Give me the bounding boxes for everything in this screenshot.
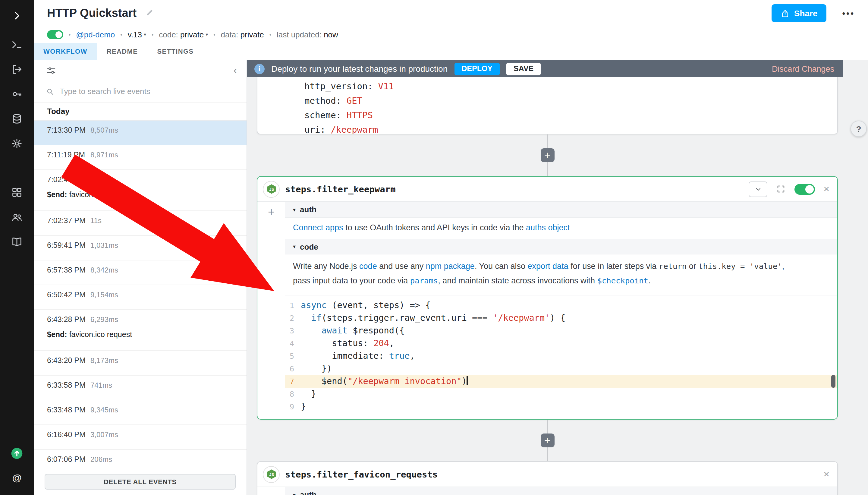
text-cursor xyxy=(467,376,468,385)
event-row[interactable]: 7:02:49 PM$end: favicon.ico request xyxy=(34,170,246,211)
app-sidebar: @ xyxy=(0,0,34,495)
filter-events-button[interactable] xyxy=(46,65,57,76)
workflow-active-toggle[interactable] xyxy=(47,30,63,39)
more-menu-button[interactable]: ••• xyxy=(843,8,855,18)
auth-section-header[interactable]: ▾ auth xyxy=(285,202,837,218)
code-line: method: GET xyxy=(305,93,394,108)
sidebar-data-button[interactable] xyxy=(7,109,27,129)
edit-title-button[interactable] xyxy=(145,8,154,19)
deploy-button[interactable]: DEPLOY xyxy=(454,63,500,75)
fullscreen-button[interactable] xyxy=(776,185,785,193)
event-time: 6:07:06 PM xyxy=(47,455,90,464)
code-token: if xyxy=(311,313,321,323)
event-row[interactable]: 6:50:42 PM9,154ms xyxy=(34,285,246,310)
code-line: 3 await $respond({ xyxy=(285,324,837,337)
tab-workflow[interactable]: WORKFLOW xyxy=(34,43,97,60)
link[interactable]: auths object xyxy=(526,223,570,232)
event-row[interactable]: 7:02:37 PM11s xyxy=(34,211,246,236)
workflow-header: HTTP Quickstart Share ••• xyxy=(34,0,868,27)
link[interactable]: Connect apps xyxy=(293,223,343,232)
tab-readme[interactable]: README xyxy=(97,43,148,60)
code-token: 204 xyxy=(374,338,389,348)
add-step-button[interactable]: + xyxy=(540,148,554,162)
auth-section-header[interactable]: ▾ auth xyxy=(285,487,837,495)
tab-settings[interactable]: SETTINGS xyxy=(147,43,203,60)
owner-link[interactable]: @pd-demo xyxy=(76,30,115,39)
code-token: this.key = 'value' xyxy=(698,262,782,271)
line-number: 8 xyxy=(285,388,301,400)
text-segment: pass input data to your code via xyxy=(293,276,410,285)
event-duration: 3,007ms xyxy=(90,430,118,439)
step-card-filter-favicon[interactable]: JS steps.filter_favicon_requests × ▾ aut xyxy=(257,461,838,495)
events-toolbar: ‹ xyxy=(34,60,246,81)
step-card-filter-keepwarm[interactable]: JS steps.filter_keepwarm × xyxy=(257,176,838,420)
link[interactable]: npm package xyxy=(426,262,475,271)
link[interactable]: export data xyxy=(528,262,569,271)
events-search-row xyxy=(34,81,246,102)
collapse-panel-button[interactable]: ‹ xyxy=(233,65,237,76)
share-button[interactable]: Share xyxy=(772,4,827,22)
event-row[interactable]: 6:33:58 PM741ms xyxy=(34,376,246,400)
close-step-button[interactable]: × xyxy=(823,469,829,479)
event-row[interactable]: 6:59:41 PM1,031ms xyxy=(34,236,246,260)
sign-out-icon xyxy=(11,63,23,75)
code-line: 8 } xyxy=(285,388,837,400)
link[interactable]: $checkpoint xyxy=(597,276,648,285)
event-row[interactable]: 6:16:40 PM3,007ms xyxy=(34,425,246,450)
expand-sidebar-button[interactable] xyxy=(7,6,27,25)
search-icon xyxy=(46,87,54,96)
text-segment: } xyxy=(301,389,316,398)
step-actions-dropdown[interactable] xyxy=(749,181,767,197)
terminal-icon xyxy=(11,39,23,51)
sidebar-workflows-button[interactable] xyxy=(7,35,27,54)
dot-separator: • xyxy=(120,32,122,38)
event-row[interactable]: 6:43:20 PM8,173ms xyxy=(34,351,246,376)
event-time: 6:43:20 PM xyxy=(47,356,90,365)
event-row[interactable]: 7:13:30 PM8,507ms xyxy=(34,121,246,145)
link[interactable]: code xyxy=(359,262,377,271)
live-events-panel: ‹ Today 7:13:30 PM8,507ms7:11:19 PM8,971… xyxy=(34,60,247,495)
step-rail xyxy=(257,77,285,134)
text-segment: ) xyxy=(462,376,467,386)
add-step-button[interactable]: + xyxy=(540,433,554,447)
event-row[interactable]: 6:57:38 PM8,342ms xyxy=(34,260,246,285)
sidebar-deployments-button[interactable] xyxy=(7,60,27,79)
sidebar-community-button[interactable] xyxy=(7,207,27,227)
step-card-partial[interactable]: http_version: V11method: GETscheme: HTTP… xyxy=(257,77,838,134)
scrollbar-thumb[interactable] xyxy=(831,375,835,388)
line-number: 3 xyxy=(285,324,301,337)
save-button[interactable]: SAVE xyxy=(506,63,541,75)
status-indicator-button[interactable] xyxy=(7,444,27,463)
event-duration: 741ms xyxy=(90,381,112,390)
code-editor[interactable]: 1async (event, steps) => {2 if(steps.tri… xyxy=(285,295,837,419)
event-row[interactable]: 7:11:19 PM8,971ms xyxy=(34,145,246,170)
step-header: JS steps.filter_keepwarm × xyxy=(257,177,837,202)
delete-all-events-button[interactable]: DELETE ALL EVENTS xyxy=(45,474,236,490)
triangle-down-icon: ▾ xyxy=(293,492,296,495)
event-row[interactable]: 6:07:06 PM206ms xyxy=(34,450,246,469)
sidebar-docs-button[interactable] xyxy=(7,232,27,252)
mentions-button[interactable]: @ xyxy=(7,468,27,488)
sidebar-settings-button[interactable] xyxy=(7,134,27,153)
code-token: return xyxy=(659,262,687,271)
code-section-header[interactable]: ▾ code xyxy=(285,239,837,254)
step-enabled-toggle[interactable] xyxy=(795,184,815,194)
event-row[interactable]: 6:43:28 PM6,293ms$end: favicon.ico reque… xyxy=(34,310,246,351)
version-dropdown[interactable]: v.13▾ xyxy=(128,30,146,39)
close-step-button[interactable]: × xyxy=(823,184,829,194)
step-type-badge: JS xyxy=(263,181,280,198)
help-button[interactable]: ? xyxy=(851,121,867,137)
event-row[interactable]: 6:33:48 PM9,345ms xyxy=(34,400,246,425)
sidebar-accounts-button[interactable] xyxy=(7,84,27,104)
share-icon xyxy=(781,9,790,18)
link[interactable]: params xyxy=(410,276,438,285)
workflow-meta-row: • @pd-demo • v.13▾ • code: private▾ • da… xyxy=(34,27,868,43)
text-segment xyxy=(301,326,322,335)
sidebar-apps-button[interactable] xyxy=(7,183,27,202)
text-segment: and use any xyxy=(377,262,426,271)
code-visibility-dropdown[interactable]: code: private▾ xyxy=(159,30,208,39)
discard-changes-button[interactable]: Discard Changes xyxy=(772,64,834,73)
add-inline-step-button[interactable]: + xyxy=(268,206,275,219)
text-segment: to use OAuth tokens and API keys in code… xyxy=(343,223,526,232)
search-input[interactable] xyxy=(60,87,235,96)
